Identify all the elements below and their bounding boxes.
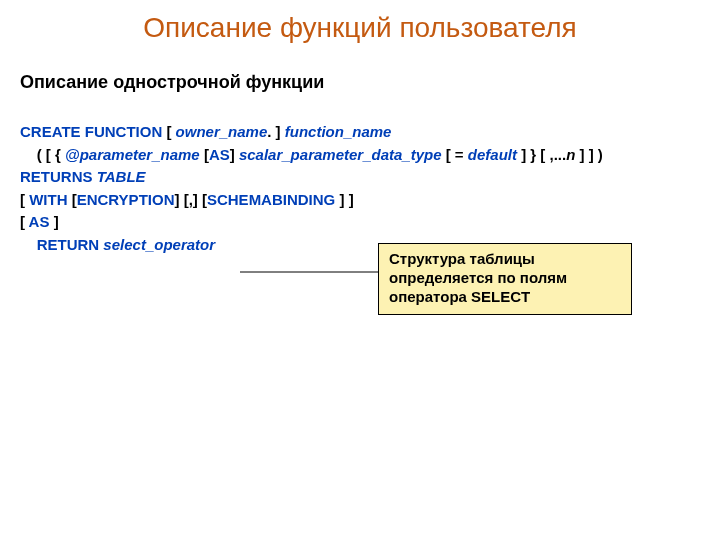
syntax-line-1: CREATE FUNCTION [ owner_name. ] function… bbox=[20, 121, 720, 144]
syntax-block: CREATE FUNCTION [ owner_name. ] function… bbox=[20, 121, 720, 256]
syntax-line-3: RETURNS TABLE bbox=[20, 166, 720, 189]
syntax-line-2: ( [ { @parameter_name [AS] scalar_parame… bbox=[20, 144, 720, 167]
callout-note: Структура таблицы определяется по полям … bbox=[378, 243, 632, 315]
syntax-line-4: [ WITH [ENCRYPTION] [,] [SCHEMABINDING ]… bbox=[20, 189, 720, 212]
page-title: Описание функций пользователя bbox=[0, 12, 720, 44]
syntax-line-5: [ AS ] bbox=[20, 211, 720, 234]
section-subtitle: Описание однострочной функции bbox=[20, 72, 720, 93]
callout-connector-icon bbox=[240, 268, 378, 276]
